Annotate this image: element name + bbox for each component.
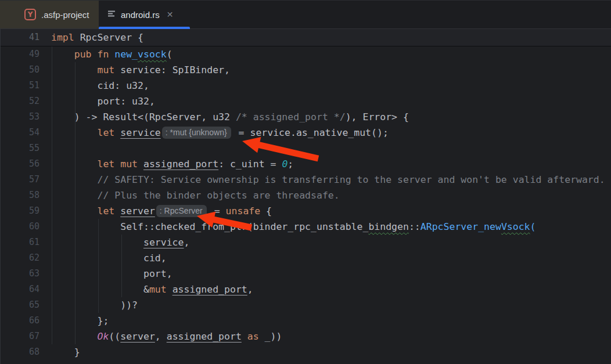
code-line[interactable]: 50 mut service: SpIBinder,: [0, 62, 611, 78]
code-token: ,: [155, 331, 167, 342]
code-line[interactable]: 56 let mut assigned_port: c_uint = 0;: [0, 156, 611, 172]
code-token: }: [51, 347, 80, 358]
code-token: as: [247, 331, 259, 342]
code-token: ,: [184, 237, 190, 248]
line-number[interactable]: 62: [0, 250, 39, 266]
code-token: service: [143, 237, 184, 248]
line-number[interactable]: 67: [0, 329, 39, 344]
code-token: server: [120, 206, 155, 217]
code-line[interactable]: 57 // SAFETY: Service ownership is trans…: [0, 172, 611, 188]
code-line[interactable]: 55: [0, 140, 611, 156]
close-icon[interactable]: ✕: [167, 10, 174, 19]
code-token: service: SpIBinder,: [114, 64, 230, 75]
code-token: ((: [109, 331, 120, 342]
line-number[interactable]: 58: [0, 188, 39, 203]
code-token: [114, 158, 120, 170]
inlay-type-hint[interactable]: : RpcServer: [156, 205, 207, 217]
line-number[interactable]: 59: [0, 203, 39, 219]
line-number[interactable]: 66: [0, 313, 39, 329]
code-token: port,: [51, 268, 172, 279]
code-token: bindgen: [368, 221, 409, 232]
code-token: new_: [114, 49, 138, 60]
code-token: Vsock: [501, 221, 530, 232]
code-line[interactable]: 64 &mut assigned_port,: [0, 282, 611, 297]
code-token: ARpcServer_new: [420, 221, 501, 232]
code-token: [51, 49, 74, 60]
code-token: [51, 206, 97, 217]
code-line[interactable]: 58 // Plus the binder objects are thread…: [0, 188, 611, 203]
line-number[interactable]: 53: [0, 109, 39, 125]
line-number[interactable]: 55: [0, 140, 39, 156]
code-text: };: [51, 313, 109, 329]
code-token: let: [97, 206, 114, 217]
code-token: mut: [97, 64, 114, 75]
code-token: (: [167, 49, 172, 60]
code-token: : c_uint =: [218, 158, 282, 170]
project-tab[interactable]: Y .asfp-project: [0, 1, 99, 28]
line-number[interactable]: 64: [0, 282, 39, 297]
code-token: // Plus the binder objects are threadsaf…: [97, 190, 339, 201]
code-line[interactable]: 67 Ok((server, assigned_port as _)): [0, 329, 611, 344]
code-text: service,: [51, 235, 189, 250]
code-token: [51, 237, 143, 248]
code-token: cid,: [51, 253, 167, 264]
indent-guide: [75, 62, 76, 344]
code-line[interactable]: 51 cid: u32,: [0, 78, 611, 93]
code-token: [51, 127, 97, 138]
sticky-scope-line[interactable]: 41 impl RpcServer {: [0, 29, 611, 46]
code-editor[interactable]: 49 pub fn new_vsock(50 mut service: SpIB…: [0, 46, 611, 364]
code-line[interactable]: 65 ))?: [0, 297, 611, 313]
line-number[interactable]: 54: [0, 125, 39, 140]
line-number[interactable]: 63: [0, 266, 39, 282]
code-line[interactable]: 61 service,: [0, 235, 611, 250]
code-token: (: [530, 221, 536, 232]
code-token: [51, 64, 97, 75]
code-line[interactable]: 62 cid,: [0, 250, 611, 266]
code-token: [167, 284, 172, 295]
code-text: cid: u32,: [51, 78, 149, 93]
code-text: // SAFETY: Service ownership is transfer…: [51, 172, 605, 188]
code-token: [114, 127, 120, 138]
file-type-icon: [107, 9, 116, 20]
line-number[interactable]: 57: [0, 172, 39, 188]
code-token: pub: [74, 49, 92, 60]
window-edge: [0, 29, 1, 364]
code-line[interactable]: 53 ) -> Result<(RpcServer, u32 /* assign…: [0, 109, 611, 125]
code-line[interactable]: 60 Self::checked_from_ptr(binder_rpc_uns…: [0, 219, 611, 235]
code-token: = service.as_native_mut();: [233, 127, 389, 138]
line-number[interactable]: 61: [0, 235, 39, 250]
code-text: let service: *mut {unknown} = service.as…: [51, 125, 389, 140]
project-icon: Y: [24, 9, 36, 20]
line-number[interactable]: 51: [0, 78, 39, 93]
code-text: pub fn new_vsock(: [51, 46, 172, 62]
code-line[interactable]: 68 }: [0, 344, 611, 360]
code-line[interactable]: 59 let server: RpcServer = unsafe {: [0, 203, 611, 219]
inlay-type-hint[interactable]: : *mut {unknown}: [162, 127, 231, 139]
code-token: fn: [98, 49, 109, 60]
line-number[interactable]: 56: [0, 156, 39, 172]
line-number[interactable]: 52: [0, 93, 39, 109]
line-number[interactable]: 65: [0, 297, 39, 313]
line-number[interactable]: 50: [0, 62, 39, 78]
tab-label: android.rs: [121, 10, 160, 20]
code-token: [109, 49, 114, 60]
line-number[interactable]: 49: [0, 46, 39, 62]
code-token: [92, 49, 98, 60]
tab-android-rs[interactable]: android.rs ✕: [99, 1, 190, 28]
code-line[interactable]: 52 port: u32,: [0, 93, 611, 109]
code-token: [51, 174, 97, 185]
code-line[interactable]: 54 let service: *mut {unknown} = service…: [0, 125, 611, 140]
code-line[interactable]: 63 port,: [0, 266, 611, 282]
line-number[interactable]: 68: [0, 344, 39, 360]
code-text: Ok((server, assigned_port as _)): [51, 329, 282, 344]
code-token: [51, 190, 97, 201]
code-text: &mut assigned_port,: [51, 282, 253, 297]
code-token: assigned_port: [167, 331, 242, 342]
line-number[interactable]: 41: [0, 30, 39, 45]
code-token: =: [209, 206, 226, 217]
code-token: ;: [287, 158, 293, 170]
code-text: ) -> Result<(RpcServer, u32 /* assigned_…: [51, 109, 409, 125]
line-number[interactable]: 60: [0, 219, 39, 235]
code-line[interactable]: 66 };: [0, 313, 611, 329]
code-line[interactable]: 49 pub fn new_vsock(: [0, 46, 611, 62]
